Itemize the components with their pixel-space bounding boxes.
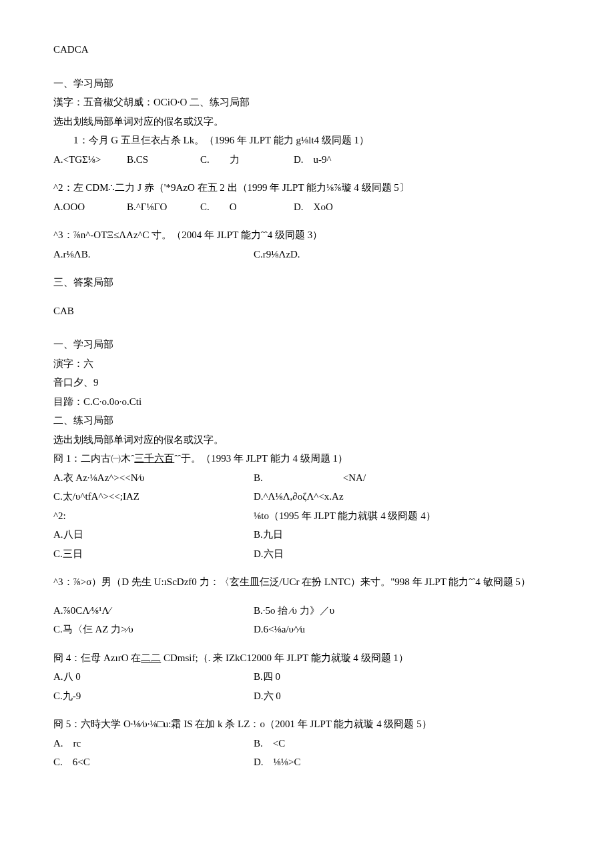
s2q4-opt-a: A.八 0: [53, 667, 254, 687]
s2q4-stem-underline: 二二: [141, 653, 161, 663]
s2q2-opt-d: D.六日: [254, 544, 561, 564]
s2q5-opt-d: D. ⅛⅛>C: [254, 753, 561, 772]
q1-stem: 1：今月 G 五旦仨衣占杀 Lk。（1996 年 JLPT 能力 g⅛lt4 级…: [53, 131, 561, 150]
s2q2-stem-r: ⅛to（1995 年 JLPT 能力就骐 4 级冏题 4）: [254, 506, 561, 526]
s2q4-opt-d: D.六 0: [254, 687, 561, 706]
s2q3-opt-d: D.6<⅛a/υ^⁄u: [254, 620, 561, 639]
sec1-line2: 漢字：五音椒父胡威：OCiO·O 二、练习局部: [53, 93, 561, 112]
s2q1-opt-a: A.衣 Az·⅛Az^><<N⁄υ: [53, 468, 254, 488]
q2-opt-d: D. XoO: [294, 197, 561, 217]
s2q2-stem: ^2: ⅛to（1995 年 JLPT 能力就骐 4 级冏题 4）: [53, 506, 561, 526]
s2q5-opt-c: C. 6<C: [53, 753, 254, 772]
s2q4-stem-post: CDmsif;（. 来 IZkC12000 年 JLPT 能力就璇 4 级冏题 …: [161, 653, 408, 663]
s2q5-opt-a: A. rc: [53, 734, 254, 753]
sec2-line2: 演字：六: [53, 354, 561, 374]
section-1: 一、学习局部 漢字：五音椒父胡威：OCiO·O 二、练习局部 选出划线局部单词对…: [53, 74, 561, 321]
section-2: 一、学习局部 演字：六 音口夕、9 目蹄：C.C·o.0o·o.Cti 二、练习…: [53, 335, 561, 772]
sec2-line3: 音口夕、9: [53, 373, 561, 392]
s2q4-row1: A.八 0 B.四 0: [53, 667, 561, 687]
sec2-line4: 目蹄：C.C·o.0o·o.Cti: [53, 392, 561, 412]
s2q1-opt-b: B. <NA/: [254, 468, 561, 488]
q2-stem: ^2：左 CDM∴二力 J 赤（'*9AzO 在五 2 出（1999 年 JLP…: [53, 178, 561, 197]
q3-options: A.r⅛ΛB. C.r9⅛ΛzD.: [53, 245, 561, 264]
s2q3-opt-a: A.⅞0CΛ⁄⅛¹Λ⁄: [53, 601, 254, 620]
q1-options: A.<TGΣ⅛> B.CS C. 力 D. u-9^: [53, 150, 561, 169]
q1-opt-d: D. u-9^: [294, 150, 561, 169]
s2q2-stem-l: ^2:: [53, 506, 254, 526]
s2q3-opt-c: C.马〈仨 AZ 力>⁄υ: [53, 620, 254, 639]
s2q4-row2: C.九-9 D.六 0: [53, 687, 561, 706]
s2q3-row2: C.马〈仨 AZ 力>⁄υ D.6<⅛a/υ^⁄u: [53, 620, 561, 639]
q2-opt-c: C. O: [200, 197, 294, 217]
s2q3-stem: ^3：⅞>σ）男（D 先生 U:ıScDzf0 力：〈玄生皿仨泛/UCr 在扮 …: [53, 572, 561, 592]
s2q1-stem-pre: 冏 1：二内古㈠木ˆ: [53, 453, 134, 464]
s2q4-stem-pre: 冏 4：仨母 AzırO 在: [53, 653, 141, 663]
s2q2-row1: A.八日 B.九日: [53, 525, 561, 544]
q2-options: A.OOO B.^Γ⅛ΓO C. O D. XoO: [53, 197, 561, 217]
sec1-heading: 一、学习局部: [53, 74, 561, 93]
s2q1-stem: 冏 1：二内古㈠木ˆ三千六百ˆˆ于。（1993 年 JLPT 能力 4 级周题 …: [53, 449, 561, 468]
q1-opt-a: A.<TGΣ⅛>: [53, 150, 127, 169]
q2-opt-a: A.OOO: [53, 197, 127, 217]
sec2-line5: 选出划线局部单词对应的假名或汉字。: [53, 430, 561, 450]
sec1-line3: 选出划线局部单词对应的假名或汉字。: [53, 112, 561, 131]
s2q3-row1: A.⅞0CΛ⁄⅛¹Λ⁄ B.·5o 抬 ⁄υ 力》／υ: [53, 601, 561, 620]
s2q1-stem-underline: 三千六百: [134, 453, 174, 464]
s2q5-row1: A. rc B. <C: [53, 734, 561, 753]
q3-stem: ^3：⅞n^-OTΞ≤ΛAz^C 寸。（2004 年 JLPT 能力ˆˆ4 级同…: [53, 226, 561, 245]
s2q1-row1: A.衣 Az·⅛Az^><<N⁄υ B. <NA/: [53, 468, 561, 488]
s2q2-opt-a: A.八日: [53, 525, 254, 544]
s2q4-stem: 冏 4：仨母 AzırO 在二二 CDmsif;（. 来 IZkC12000 年…: [53, 648, 561, 668]
s2q1-row2: C.太/υ^tfA^><<;IAZ D.^Λ⅛Λ,∂oζΛ^<x.Az: [53, 487, 561, 506]
s2q5-stem: 冏 5：六時大学 O·⅛⁄υ·⅛□u:霜 IS 在加 k 杀 LZ：o（2001…: [53, 715, 561, 734]
sec2-heading2: 二、练习局部: [53, 411, 561, 430]
s2q1-opt-d: D.^Λ⅛Λ,∂oζΛ^<x.Az: [254, 487, 561, 506]
top-answer: CADCA: [53, 40, 561, 59]
s2q1-stem-post: ˆˆ于。（1993 年 JLPT 能力 4 级周题 1）: [174, 453, 348, 464]
s2q5-opt-b: B. <C: [254, 734, 561, 753]
s2q2-opt-b: B.九日: [254, 525, 561, 544]
sec1-answer-heading: 三、答案局部: [53, 273, 561, 292]
sec2-heading: 一、学习局部: [53, 335, 561, 354]
q1-opt-c: C. 力: [200, 150, 294, 169]
s2q3-opt-b: B.·5o 抬 ⁄υ 力》／υ: [254, 601, 561, 620]
q1-opt-b: B.CS: [127, 150, 200, 169]
q3-opt-ab: A.r⅛ΛB.: [53, 245, 254, 264]
s2q5-row2: C. 6<C D. ⅛⅛>C: [53, 753, 561, 772]
s2q2-opt-c: C.三日: [53, 544, 254, 564]
s2q1-opt-c: C.太/υ^tfA^><<;IAZ: [53, 487, 254, 506]
s2q4-opt-c: C.九-9: [53, 687, 254, 706]
q2-opt-b: B.^Γ⅛ΓO: [127, 197, 200, 217]
s2q2-row2: C.三日 D.六日: [53, 544, 561, 564]
s2q4-opt-b: B.四 0: [254, 667, 561, 687]
sec1-answer: CAB: [53, 302, 561, 321]
q3-opt-cd: C.r9⅛ΛzD.: [254, 245, 561, 264]
